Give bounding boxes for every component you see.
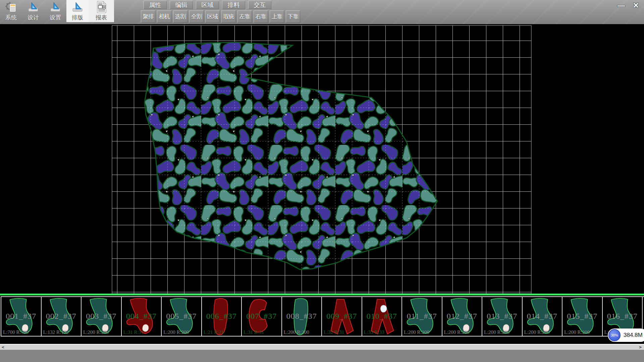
app-tab-settings[interactable]: 设置 bbox=[44, 0, 66, 22]
app-tab-label: 系统 bbox=[5, 14, 17, 21]
piece-thumbnail[interactable]: 002_#37 L:132 R:132 bbox=[41, 296, 81, 337]
menu-region[interactable]: 区域 bbox=[196, 1, 219, 9]
piece-thumbnail[interactable]: 005_#37 L:200 R:200 bbox=[161, 296, 201, 337]
app-tab-label: 报表 bbox=[96, 14, 107, 21]
piece-id-label: 001_#37 bbox=[1, 312, 41, 321]
piece-thumbnail[interactable]: 012_#37 L:200 R:200 bbox=[442, 296, 482, 337]
report-document-icon bbox=[95, 1, 108, 13]
menu-properties[interactable]: 属性 bbox=[144, 1, 167, 9]
piece-thumbnail[interactable]: 013_#37 L:200 R:200 bbox=[482, 296, 522, 337]
piece-lr-label: L:31 R:31 bbox=[244, 329, 264, 335]
app-tab-design[interactable]: 设计 bbox=[22, 0, 44, 22]
tool-align-left[interactable]: 左靠 bbox=[237, 10, 252, 23]
piece-lr-label: L:200 R:200 bbox=[284, 329, 309, 335]
scroll-right-icon[interactable]: > bbox=[639, 345, 642, 349]
close-button[interactable]: ✕ bbox=[630, 0, 642, 10]
piece-thumbnail[interactable]: 011_#37 L:200 R:200 bbox=[401, 296, 442, 337]
memory-usage-badge[interactable]: 38% 384.8M bbox=[608, 328, 644, 342]
piece-thumbnail[interactable]: 015_#37 L:200 R:200 bbox=[562, 296, 602, 337]
piece-thumbnail[interactable]: 007_#37 L:31 R:31 bbox=[241, 296, 281, 337]
minimize-button[interactable]: — bbox=[615, 0, 627, 10]
tool-align-right[interactable]: 右靠 bbox=[254, 10, 268, 23]
piece-lr-label: L:200 R:200 bbox=[444, 329, 470, 335]
piece-lr-label: L:132 R:132 bbox=[43, 329, 69, 335]
memory-percent-indicator: 38% bbox=[608, 329, 621, 341]
app-tab-bar: 系统 设计 设置 bbox=[0, 0, 114, 22]
tool-region[interactable]: 区域 bbox=[205, 10, 220, 23]
menu-bar: 属性 编辑 区域 排料 交互 bbox=[144, 1, 271, 9]
app-tab-label: 设置 bbox=[50, 14, 61, 21]
menu-interactive[interactable]: 交互 bbox=[248, 1, 271, 9]
piece-id-label: 013_#37 bbox=[482, 312, 522, 321]
tool-cut-all[interactable]: 全割 bbox=[189, 10, 204, 23]
piece-lr-label: L:33 R:33 bbox=[364, 329, 384, 335]
piece-id-label: 012_#37 bbox=[442, 312, 482, 321]
piece-lr-label: L:700 R:700 bbox=[3, 329, 29, 335]
app-tab-label: 排版 bbox=[72, 14, 83, 21]
piece-thumbnail[interactable]: 001_#37 L:700 R:700 bbox=[1, 296, 41, 337]
piece-id-label: 009_#37 bbox=[322, 312, 362, 321]
tool-defect[interactable]: 瑕疵 bbox=[221, 10, 236, 23]
system-gear-icon bbox=[5, 1, 17, 13]
canvas-drawing bbox=[0, 24, 644, 294]
piece-lr-label: L:32 R:31 bbox=[324, 329, 344, 335]
memory-size-label: 384.8M bbox=[624, 328, 643, 342]
piece-thumbnail[interactable]: 003_#37 L:200 R:200 bbox=[81, 296, 121, 337]
menu-nesting[interactable]: 排料 bbox=[222, 1, 245, 9]
piece-thumbnail[interactable]: 010_#37 L:33 R:33 bbox=[362, 296, 402, 337]
piece-lr-label: L:200 R:200 bbox=[484, 329, 509, 335]
horizontal-scrollbar[interactable]: < > bbox=[0, 344, 644, 350]
piece-id-label: 011_#37 bbox=[402, 312, 442, 321]
tool-cluster-nest[interactable]: 聚排 bbox=[141, 10, 155, 23]
app-tab-label: 设计 bbox=[28, 14, 39, 21]
piece-id-label: 007_#37 bbox=[242, 312, 281, 321]
piece-thumbnail[interactable]: 009_#37 L:32 R:31 bbox=[321, 296, 362, 337]
piece-id-label: 014_#37 bbox=[523, 312, 562, 321]
piece-id-label: 008_#37 bbox=[282, 312, 322, 321]
piece-thumbnail[interactable]: 008_#37 L:200 R:200 bbox=[281, 296, 322, 337]
piece-id-label: 010_#37 bbox=[362, 312, 402, 321]
piece-lr-label: L:200 R:200 bbox=[83, 329, 109, 335]
set-square-icon bbox=[49, 1, 62, 13]
tool-camera[interactable]: 相机 bbox=[157, 10, 171, 23]
app-tab-report[interactable]: 报表 bbox=[89, 0, 114, 22]
status-bar bbox=[0, 350, 644, 362]
piece-thumbnail[interactable]: 014_#37 L:200 R:200 bbox=[522, 296, 562, 337]
piece-id-label: 005_#37 bbox=[162, 312, 201, 321]
piece-id-label: 004_#37 bbox=[122, 312, 161, 321]
window-controls: — ✕ bbox=[615, 0, 642, 10]
piece-id-label: 015_#37 bbox=[562, 312, 602, 321]
piece-id-label: 003_#37 bbox=[82, 312, 121, 321]
piece-thumbnail[interactable]: 006_#37 L:21 R:21 bbox=[201, 296, 241, 337]
app-tab-nesting[interactable]: 排版 bbox=[66, 0, 89, 22]
piece-id-label: 002_#37 bbox=[42, 312, 81, 321]
piece-thumbnail[interactable]: 004_#37 L:31 R:31 bbox=[121, 296, 161, 337]
set-square-icon bbox=[71, 1, 84, 13]
set-square-icon bbox=[27, 1, 40, 13]
application-window: 系统 设计 设置 bbox=[0, 0, 644, 362]
piece-lr-label: L:200 R:200 bbox=[404, 329, 429, 335]
scroll-left-icon[interactable]: < bbox=[2, 345, 4, 349]
piece-id-label: 017_#37 bbox=[643, 312, 644, 321]
toolbar: 聚排 相机 选割 全割 区域 瑕疵 左靠 右靠 上靠 下靠 bbox=[141, 10, 300, 23]
tool-align-bottom[interactable]: 下靠 bbox=[286, 10, 300, 23]
piece-id-label: 016_#37 bbox=[603, 312, 642, 321]
menu-edit[interactable]: 编辑 bbox=[170, 1, 193, 9]
piece-lr-label: L:31 R:31 bbox=[123, 329, 144, 335]
piece-id-label: 006_#37 bbox=[202, 312, 241, 321]
app-tab-system[interactable]: 系统 bbox=[0, 0, 22, 22]
piece-thumbnail-row: 001_#37 L:700 R:700 002_#37 L:132 R:132 … bbox=[1, 296, 644, 337]
piece-thumbnail-strip: 001_#37 L:700 R:700 002_#37 L:132 R:132 … bbox=[0, 295, 644, 344]
nesting-canvas[interactable] bbox=[0, 24, 644, 294]
piece-lr-label: L:200 R:200 bbox=[564, 329, 590, 335]
piece-lr-label: L:200 R:200 bbox=[524, 329, 550, 335]
tool-select-cut[interactable]: 选割 bbox=[173, 10, 187, 23]
piece-lr-label: L:21 R:21 bbox=[204, 329, 224, 335]
piece-lr-label: L:200 R:200 bbox=[163, 329, 189, 335]
tool-align-top[interactable]: 上靠 bbox=[270, 10, 284, 23]
